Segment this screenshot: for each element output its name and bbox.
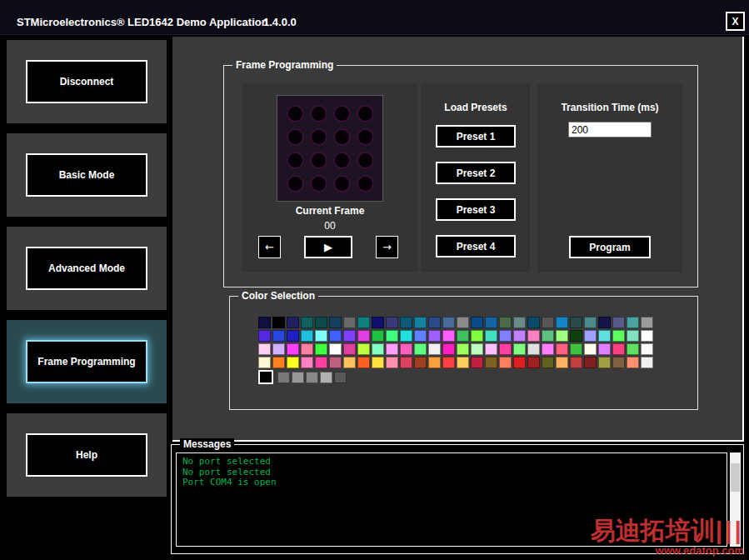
color-swatch[interactable] [272, 343, 285, 355]
color-swatch[interactable] [343, 357, 356, 368]
color-swatch[interactable] [457, 317, 469, 328]
color-swatch[interactable] [277, 372, 290, 383]
color-swatch[interactable] [315, 357, 327, 368]
color-swatch[interactable] [301, 317, 313, 328]
color-swatch[interactable] [471, 357, 483, 368]
color-swatch[interactable] [343, 343, 356, 355]
color-swatch[interactable] [499, 357, 512, 368]
sidebar-button-frame-programming[interactable]: Frame Programming [26, 340, 147, 383]
color-swatch[interactable] [357, 330, 370, 342]
next-frame-button[interactable]: → [376, 236, 398, 258]
color-swatch[interactable] [556, 357, 568, 368]
color-swatch[interactable] [612, 357, 625, 368]
led-dot[interactable] [357, 152, 374, 169]
color-swatch[interactable] [329, 343, 342, 355]
color-swatch[interactable] [400, 343, 412, 355]
color-swatch[interactable] [485, 330, 497, 342]
color-swatch[interactable] [315, 317, 327, 328]
sidebar-button-advanced-mode[interactable]: Advanced Mode [26, 247, 147, 290]
play-button[interactable]: ▶ [304, 236, 352, 258]
previous-frame-button[interactable]: ← [258, 236, 281, 258]
color-swatch[interactable] [301, 357, 313, 368]
led-dot[interactable] [287, 128, 304, 146]
color-swatch[interactable] [306, 372, 318, 383]
color-swatch[interactable] [442, 317, 455, 328]
transition-time-input[interactable] [568, 122, 652, 138]
color-swatch[interactable] [485, 343, 497, 355]
messages-scrollbar[interactable] [730, 452, 741, 547]
color-swatch[interactable] [641, 357, 653, 368]
color-swatch[interactable] [329, 357, 342, 368]
color-swatch[interactable] [442, 357, 455, 368]
color-swatch[interactable] [457, 343, 469, 355]
color-swatch[interactable] [542, 330, 554, 342]
scrollbar-thumb[interactable] [731, 463, 740, 492]
color-swatch[interactable] [527, 330, 540, 342]
color-swatch[interactable] [442, 330, 455, 342]
color-swatch[interactable] [527, 317, 540, 328]
led-dot[interactable] [333, 175, 351, 192]
led-dot[interactable] [333, 152, 351, 169]
color-swatch[interactable] [513, 357, 526, 368]
color-swatch[interactable] [513, 330, 526, 342]
led-dot[interactable] [287, 105, 304, 122]
color-swatch[interactable] [598, 343, 611, 355]
color-swatch[interactable] [428, 357, 441, 368]
color-swatch[interactable] [329, 317, 342, 328]
color-swatch[interactable] [471, 330, 483, 342]
preset-button-preset-3[interactable]: Preset 3 [436, 198, 516, 221]
color-swatch[interactable] [598, 317, 611, 328]
color-swatch[interactable] [570, 343, 582, 355]
led-dot[interactable] [357, 105, 374, 122]
color-swatch[interactable] [343, 317, 356, 328]
color-swatch[interactable] [372, 343, 384, 355]
color-swatch[interactable] [334, 372, 347, 383]
color-swatch[interactable] [570, 317, 582, 328]
color-swatch[interactable] [357, 357, 370, 368]
color-swatch[interactable] [258, 343, 271, 355]
color-swatch[interactable] [301, 330, 313, 342]
led-dot[interactable] [287, 152, 304, 169]
color-swatch[interactable] [258, 330, 271, 342]
color-swatch[interactable] [612, 330, 625, 342]
color-swatch[interactable] [556, 330, 568, 342]
color-swatch[interactable] [258, 357, 271, 368]
color-swatch[interactable] [584, 330, 597, 342]
color-swatch[interactable] [513, 343, 526, 355]
color-swatch[interactable] [556, 343, 568, 355]
color-swatch[interactable] [414, 357, 427, 368]
color-swatch[interactable] [372, 357, 384, 368]
color-swatch[interactable] [627, 317, 639, 328]
color-swatch[interactable] [457, 357, 469, 368]
color-swatch[interactable] [499, 343, 512, 355]
color-swatch[interactable] [386, 357, 398, 368]
color-swatch[interactable] [400, 357, 412, 368]
color-swatch[interactable] [556, 317, 568, 328]
color-swatch[interactable] [627, 330, 639, 342]
color-swatch[interactable] [414, 317, 427, 328]
color-swatch[interactable] [343, 330, 356, 342]
preset-button-preset-2[interactable]: Preset 2 [436, 162, 516, 184]
color-swatch[interactable] [414, 343, 427, 355]
color-swatch[interactable] [542, 357, 554, 368]
color-swatch[interactable] [400, 317, 412, 328]
color-swatch[interactable] [329, 330, 342, 342]
color-swatch[interactable] [513, 317, 526, 328]
color-swatch[interactable] [287, 330, 299, 342]
sidebar-button-help[interactable]: Help [26, 433, 147, 477]
color-swatch[interactable] [428, 317, 441, 328]
color-swatch[interactable] [292, 372, 304, 383]
color-swatch[interactable] [457, 330, 469, 342]
color-swatch[interactable] [315, 343, 327, 355]
color-swatch[interactable] [301, 343, 313, 355]
color-swatch[interactable] [584, 357, 597, 368]
color-swatch[interactable] [287, 343, 299, 355]
color-swatch[interactable] [641, 343, 653, 355]
color-swatch[interactable] [471, 343, 483, 355]
sidebar-button-disconnect[interactable]: Disconnect [26, 60, 147, 103]
led-dot[interactable] [310, 128, 327, 146]
color-swatch[interactable] [258, 370, 273, 384]
color-swatch[interactable] [414, 330, 427, 342]
color-swatch[interactable] [627, 357, 639, 368]
color-swatch[interactable] [527, 357, 540, 368]
